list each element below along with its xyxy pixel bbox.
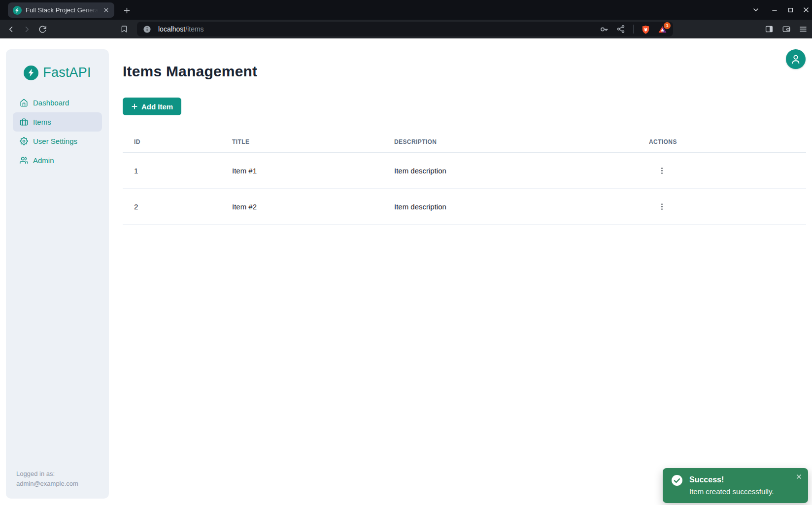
cell-id: 1	[123, 167, 232, 175]
wallet-icon[interactable]	[780, 23, 792, 35]
logged-in-email: admin@example.com	[16, 479, 78, 489]
fastapi-bolt-icon	[24, 66, 38, 80]
sidebar-item-label: Admin	[33, 156, 54, 165]
cell-title: Item #1	[232, 167, 394, 175]
address-bar[interactable]: localhost/items 1	[137, 22, 673, 36]
add-item-label: Add Item	[141, 102, 173, 111]
app-logo-text: FastAPI	[43, 65, 91, 80]
kebab-menu-icon	[658, 202, 666, 211]
row-actions-menu-button[interactable]	[655, 200, 669, 213]
kebab-menu-icon	[658, 167, 666, 175]
app-logo: FastAPI	[6, 65, 109, 80]
browser-toolbar: localhost/items 1	[0, 20, 812, 38]
sidebar-item-user-settings[interactable]: User Settings	[13, 132, 102, 151]
forward-button[interactable]	[21, 23, 33, 35]
check-circle-icon	[671, 474, 683, 486]
row-actions-menu-button[interactable]	[655, 164, 669, 177]
cell-description: Item description	[394, 167, 649, 175]
rewards-badge: 1	[664, 22, 671, 29]
bookmark-icon[interactable]	[118, 23, 130, 35]
browser-tab[interactable]: Full Stack Project Genera	[8, 2, 114, 18]
brave-shield-icon[interactable]	[641, 25, 650, 34]
url-text: localhost/items	[158, 25, 204, 33]
cell-title: Item #2	[232, 202, 394, 211]
sidebar-item-admin[interactable]: Admin	[13, 151, 102, 170]
gear-icon	[20, 137, 28, 145]
home-icon	[20, 99, 28, 107]
users-icon	[20, 156, 28, 165]
logged-in-info: Logged in as: admin@example.com	[16, 469, 78, 489]
add-item-button[interactable]: Add Item	[123, 98, 181, 115]
user-avatar-button[interactable]	[786, 49, 806, 69]
brave-rewards-bat-icon[interactable]: 1	[658, 25, 667, 34]
table-header-row: ID TITLE DESCRIPTION ACTIONS	[123, 132, 806, 153]
tab-title: Full Stack Project Genera	[26, 6, 102, 14]
toast-message: Item created successfully.	[689, 485, 774, 498]
app-page: FastAPI Dashboard Items	[0, 38, 812, 505]
column-header-id: ID	[123, 138, 232, 145]
user-icon	[790, 54, 801, 65]
tab-close-icon[interactable]	[102, 6, 110, 15]
logged-in-label: Logged in as:	[16, 469, 78, 479]
sidebar-nav: Dashboard Items User Settings	[6, 93, 109, 170]
toast-title: Success!	[689, 474, 774, 485]
column-header-actions: ACTIONS	[649, 138, 806, 145]
browser-window: Full Stack Project Genera	[0, 0, 812, 505]
sidebar-item-items[interactable]: Items	[13, 112, 102, 132]
sidebar-toggle-icon[interactable]	[763, 23, 775, 35]
sidebar-item-label: Dashboard	[33, 99, 69, 107]
site-info-icon[interactable]	[143, 25, 151, 34]
table-row: 2 Item #2 Item description	[123, 189, 806, 225]
page-title: Items Management	[123, 63, 257, 80]
sidebar-item-dashboard[interactable]: Dashboard	[13, 93, 102, 112]
reload-button[interactable]	[36, 23, 48, 35]
toast-close-icon[interactable]	[795, 472, 803, 480]
success-toast: Success! Item created successfully.	[663, 468, 808, 503]
cell-id: 2	[123, 202, 232, 211]
password-key-icon[interactable]	[600, 25, 609, 34]
sidebar: FastAPI Dashboard Items	[6, 49, 109, 499]
back-button[interactable]	[5, 23, 17, 35]
items-table: ID TITLE DESCRIPTION ACTIONS 1 Item #1 I…	[123, 132, 806, 225]
column-header-title: TITLE	[232, 138, 394, 145]
browser-tab-bar: Full Stack Project Genera	[0, 0, 812, 20]
share-icon[interactable]	[616, 25, 626, 34]
briefcase-icon	[20, 118, 28, 126]
plus-icon	[131, 103, 138, 110]
new-tab-button[interactable]	[120, 4, 133, 17]
tab-search-chevron-icon[interactable]	[750, 0, 762, 20]
window-close-button[interactable]	[800, 0, 812, 20]
window-maximize-button[interactable]	[784, 0, 796, 20]
window-minimize-button[interactable]	[769, 0, 780, 20]
sidebar-item-label: Items	[33, 118, 51, 126]
sidebar-item-label: User Settings	[33, 137, 77, 145]
column-header-description: DESCRIPTION	[394, 138, 649, 145]
fastapi-favicon-icon	[13, 6, 22, 15]
table-row: 1 Item #1 Item description	[123, 153, 806, 189]
toolbar-separator	[633, 25, 634, 34]
cell-description: Item description	[394, 202, 649, 211]
menu-hamburger-icon[interactable]	[797, 23, 809, 35]
